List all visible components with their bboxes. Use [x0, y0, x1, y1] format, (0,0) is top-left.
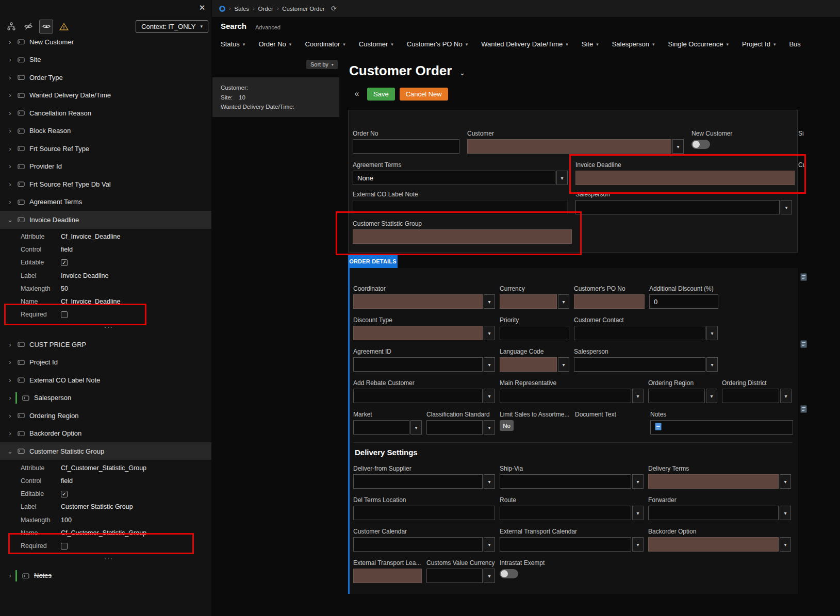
app-icon[interactable] — [219, 6, 225, 12]
collapse-icon[interactable]: « — [351, 89, 363, 98]
chevron-right-icon[interactable]: › — [7, 198, 13, 206]
editable-checkbox[interactable]: ✓ — [61, 259, 68, 266]
refresh-icon[interactable]: ⟳ — [331, 5, 337, 12]
chevron-down-icon[interactable]: ▾ — [484, 537, 495, 552]
chevron-right-icon[interactable]: › — [7, 376, 13, 384]
required-checkbox[interactable] — [61, 543, 68, 550]
customer-calendar-select[interactable] — [353, 537, 483, 552]
filter-order-no[interactable]: Order No▾ — [258, 40, 291, 48]
more-button[interactable]: ... — [21, 553, 211, 567]
external-transport-calendar-select[interactable] — [500, 537, 631, 552]
more-button[interactable]: ... — [21, 321, 211, 336]
backorder-option-select[interactable] — [648, 537, 779, 552]
tree-item-new-customer[interactable]: ›New Customer — [0, 33, 211, 51]
chevron-down-icon[interactable]: ▾ — [484, 357, 495, 372]
discount-type-select[interactable] — [353, 326, 483, 340]
tree-item-external-co-label-note[interactable]: ›External CO Label Note — [0, 371, 211, 389]
delivery-terms-select[interactable] — [648, 474, 779, 489]
hierarchy-icon[interactable] — [5, 20, 18, 32]
tree-item-cust-price-grp[interactable]: ›CUST PRICE GRP — [0, 336, 211, 354]
breadcrumb-order[interactable]: Order — [258, 6, 273, 12]
side-panel-icon[interactable] — [800, 340, 807, 350]
side-panel-icon[interactable] — [800, 405, 807, 415]
chevron-right-icon[interactable]: › — [7, 127, 13, 135]
tree-item-frt-source-ref-type[interactable]: ›Frt Source Ref Type — [0, 140, 211, 158]
new-customer-toggle[interactable] — [691, 140, 710, 149]
chevron-right-icon[interactable]: › — [7, 91, 13, 99]
main-representative-select[interactable] — [500, 389, 631, 403]
chevron-down-icon[interactable]: ▾ — [558, 357, 569, 372]
priority-input[interactable] — [500, 326, 569, 340]
chevron-down-icon[interactable]: ▾ — [484, 569, 495, 583]
eye-icon[interactable] — [39, 20, 53, 34]
chevron-right-icon[interactable]: › — [7, 56, 13, 63]
chevron-right-icon[interactable]: › — [7, 341, 13, 348]
customer-statistic-group-input[interactable] — [353, 229, 572, 244]
chevron-down-icon[interactable]: ▾ — [558, 294, 569, 309]
context-dropdown[interactable]: Context: IT_ONLY ▾ — [136, 20, 208, 33]
chevron-right-icon[interactable]: › — [7, 412, 13, 420]
chevron-down-icon[interactable]: ▾ — [632, 474, 644, 489]
external-transport-lea-input[interactable] — [353, 569, 422, 583]
chevron-down-icon[interactable]: ⌄ — [7, 216, 13, 224]
ordering-district-select[interactable] — [722, 389, 779, 403]
tree-item-wanted-delivery-date-time[interactable]: ›Wanted Delivery Date/Time — [0, 87, 211, 105]
ship-via-select[interactable] — [500, 474, 631, 489]
chevron-down-icon[interactable]: ▾ — [706, 357, 718, 372]
del-terms-location-input[interactable] — [353, 506, 495, 520]
chevron-right-icon[interactable]: › — [7, 145, 13, 153]
tree-item-order-type[interactable]: ›Order Type — [0, 69, 211, 87]
notes-input[interactable] — [650, 420, 793, 435]
close-icon[interactable]: ✕ — [197, 3, 207, 13]
breadcrumb-customer-order[interactable]: Customer Order — [282, 6, 324, 12]
language-code-select[interactable] — [500, 357, 557, 372]
tree-item-provider-id[interactable]: ›Provider Id — [0, 158, 211, 176]
save-button[interactable]: Save — [367, 88, 395, 101]
chevron-down-icon[interactable]: ▾ — [484, 294, 495, 309]
chevron-down-icon[interactable]: ▾ — [632, 389, 644, 403]
chevron-down-icon[interactable]: ▾ — [484, 326, 495, 340]
chevron-down-icon[interactable]: ▾ — [780, 389, 792, 403]
invoice-deadline-input[interactable] — [575, 171, 795, 185]
chevron-down-icon[interactable]: ▾ — [410, 420, 422, 435]
order-no-input[interactable] — [353, 139, 459, 154]
side-panel-icon[interactable] — [800, 273, 807, 283]
tree-item-notes[interactable]: ›Notes — [0, 567, 211, 585]
additional-discount-input[interactable]: 0 — [649, 294, 718, 309]
breadcrumb-sales[interactable]: Sales — [234, 6, 249, 12]
tree-item-project-id[interactable]: ›Project Id — [0, 353, 211, 371]
chevron-down-icon[interactable]: ▾ — [632, 537, 644, 552]
chevron-right-icon[interactable]: › — [7, 429, 13, 437]
tree-item-invoice-deadline[interactable]: ⌄Invoice Deadline — [0, 211, 211, 229]
tree-item-site[interactable]: ›Site — [0, 51, 211, 69]
sort-by-button[interactable]: Sort by ▾ — [306, 60, 338, 69]
editable-checkbox[interactable]: ✓ — [61, 491, 68, 497]
chevron-right-icon[interactable]: › — [7, 394, 13, 402]
salesperson-details-select[interactable] — [574, 357, 705, 372]
chevron-down-icon[interactable]: ▾ — [706, 389, 717, 403]
chevron-right-icon[interactable]: › — [7, 109, 13, 117]
tree-item-salesperson[interactable]: ›Salesperson — [0, 389, 211, 407]
agreement-terms-select[interactable]: None — [353, 171, 555, 185]
add-rebate-customer-select[interactable] — [353, 389, 483, 403]
intrastat-exempt-toggle[interactable] — [500, 569, 518, 578]
customer-s-po-no-input[interactable] — [574, 294, 645, 309]
chevron-down-icon[interactable]: ▾ — [706, 326, 718, 340]
chevron-down-icon[interactable]: ▾ — [484, 474, 495, 489]
tree-item-block-reason[interactable]: ›Block Reason — [0, 122, 211, 140]
chevron-down-icon[interactable]: ▾ — [672, 139, 684, 154]
tree-item-agreement-terms[interactable]: ›Agreement Terms — [0, 193, 211, 211]
market-select[interactable] — [353, 420, 409, 435]
customs-value-currency-select[interactable] — [426, 569, 483, 583]
required-checkbox[interactable] — [61, 311, 68, 318]
forwarder-select[interactable] — [648, 506, 779, 520]
tree-item-customer-statistic-group[interactable]: ⌄Customer Statistic Group — [0, 442, 211, 460]
chevron-down-icon[interactable]: ⌄ — [459, 69, 465, 77]
warning-icon[interactable] — [58, 20, 70, 32]
external-co-label-note-input[interactable] — [353, 200, 568, 214]
customer-select[interactable] — [467, 139, 671, 154]
chevron-down-icon[interactable]: ▾ — [780, 474, 791, 489]
chevron-down-icon[interactable]: ▾ — [632, 506, 644, 520]
chevron-down-icon[interactable]: ▾ — [780, 537, 791, 552]
currency-select[interactable] — [500, 294, 557, 309]
